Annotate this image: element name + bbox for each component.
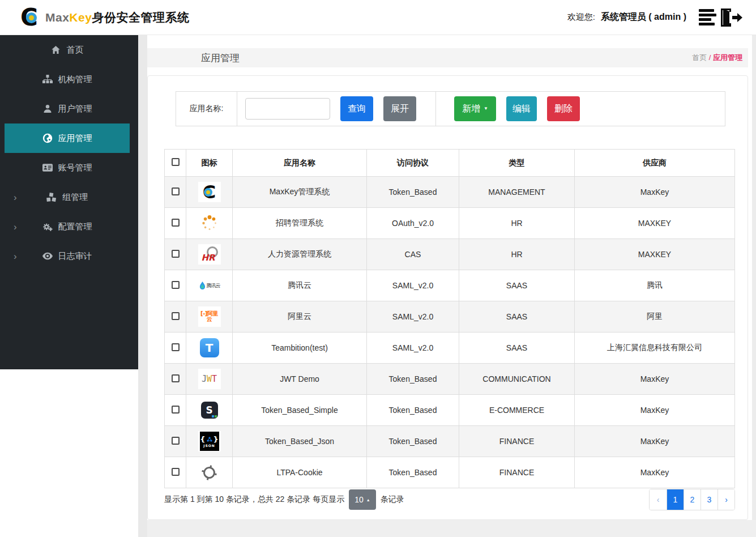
vendor-cell: MaxKey <box>575 426 735 457</box>
vendor-cell: MaxKey <box>575 177 735 208</box>
type-cell: SAAS <box>459 301 575 333</box>
sidebar-item-group[interactable]: ›组管理 <box>5 182 130 212</box>
sidebar-item-account[interactable]: 账号管理 <box>5 153 130 182</box>
app-name-cell: 人力资源管理系统 <box>233 239 367 270</box>
sitemap-icon <box>42 74 53 84</box>
footer-strip <box>147 520 756 537</box>
table-row[interactable]: TTeambition(test)SAML_v2.0SAAS上海汇翼信息科技有限… <box>165 333 735 364</box>
next-page-button[interactable]: › <box>717 489 734 510</box>
row-checkbox[interactable] <box>172 250 180 258</box>
maxkey-logo: C <box>20 5 44 30</box>
table-row[interactable]: 招聘管理系统OAuth_v2.0HRMAXKEY <box>165 208 735 239</box>
vendor-cell: MaxKey <box>575 395 735 426</box>
row-checkbox[interactable] <box>172 219 180 227</box>
row-select-cell <box>165 301 186 333</box>
protocol-cell: Token_Based <box>367 177 459 208</box>
page-size-dropdown[interactable]: 10 ▲ <box>349 489 376 510</box>
row-checkbox[interactable] <box>172 343 180 351</box>
row-checkbox[interactable] <box>172 187 180 195</box>
table-row[interactable]: [-]阿里云阿里云SAML_v2.0SAAS阿里 <box>165 301 735 333</box>
table-row[interactable]: {}JSONToken_Based_JsonToken_BasedFINANCE… <box>165 426 735 457</box>
app-name-cell: LTPA-Cookie <box>233 457 367 488</box>
id-card-icon <box>42 163 53 173</box>
column-header-type: 类型 <box>459 150 575 177</box>
row-checkbox[interactable] <box>172 468 180 476</box>
query-button[interactable]: 查询 <box>340 96 373 121</box>
column-header-protocol: 访问协议 <box>367 150 459 177</box>
app-icon-ltpa-crosshair <box>198 462 221 483</box>
vendor-cell: MAXKEY <box>575 208 735 239</box>
column-header-icon: 图标 <box>186 150 233 177</box>
sidebar-item-label: 日志审计 <box>58 251 92 262</box>
sidebar-item-app[interactable]: 应用管理 <box>5 123 130 153</box>
row-checkbox[interactable] <box>172 406 180 414</box>
pagination-summary: 显示第 1 到第 10 条记录，总共 22 条记录 每页显示 10 ▲ 条记录 <box>164 489 404 510</box>
logout-icon[interactable] <box>719 7 742 28</box>
table-row[interactable]: LTPA-CookieToken_BasedFINANCEMaxKey <box>165 457 735 488</box>
delete-button[interactable]: 删除 <box>547 96 580 121</box>
breadcrumb-home-link[interactable]: 首页 <box>692 53 707 62</box>
table-row[interactable]: JWTJWT DemoToken_BasedCOMMUNICATIONMaxKe… <box>165 364 735 395</box>
protocol-cell: SAML_v2.0 <box>367 333 459 364</box>
previous-page-button[interactable]: ‹ <box>650 489 667 510</box>
app-name-cell: Teambition(test) <box>233 333 367 364</box>
protocol-cell: Token_Based <box>367 364 459 395</box>
expand-button[interactable]: 展开 <box>383 96 416 121</box>
app-icon-cell: {}JSON <box>186 426 233 457</box>
sidebar-item-audit[interactable]: ›日志审计 <box>5 241 130 271</box>
protocol-cell: Token_Based <box>367 395 459 426</box>
app-icon-hr: HR <box>198 244 221 265</box>
vendor-cell: MAXKEY <box>575 239 735 270</box>
select-all-checkbox[interactable] <box>172 158 180 166</box>
app-name-cell: 招聘管理系统 <box>233 208 367 239</box>
add-button[interactable]: 新增 ▼ <box>454 96 496 121</box>
app-icon-cell: S <box>186 395 233 426</box>
content-card: 应用名称: 查询 展开 新增 ▼ 编辑 删除 图标 应用名称 访问协议 类型 <box>147 75 748 520</box>
app-icon-teambition: T <box>198 338 221 358</box>
sidebar-item-user[interactable]: 用户管理 <box>5 94 130 123</box>
table-row[interactable]: SToken_Based_SimpleToken_BasedE-COMMERCE… <box>165 395 735 426</box>
page-button-3[interactable]: 3 <box>701 489 717 510</box>
type-cell: HR <box>459 239 575 270</box>
row-select-cell <box>165 395 186 426</box>
type-cell: MANAGEMENT <box>459 177 575 208</box>
list-icon[interactable] <box>699 9 716 25</box>
page-title-bar: 应用管理 首页 / 应用管理 <box>147 48 748 67</box>
row-select-cell <box>165 239 186 270</box>
breadcrumb: 首页 / 应用管理 <box>692 53 742 63</box>
edit-button[interactable]: 编辑 <box>506 96 537 121</box>
protocol-cell: SAML_v2.0 <box>367 270 459 301</box>
protocol-cell: OAuth_v2.0 <box>367 208 459 239</box>
row-checkbox[interactable] <box>172 437 180 445</box>
sidebar-item-org[interactable]: 机构管理 <box>5 65 130 94</box>
scrollbar-track[interactable] <box>752 35 756 537</box>
row-select-cell <box>165 457 186 488</box>
sidebar-item-home[interactable]: 首页 <box>5 35 130 65</box>
table-row[interactable]: HR人力资源管理系统CASHRMAXKEY <box>165 239 735 270</box>
row-select-cell <box>165 426 186 457</box>
search-toolbar: 应用名称: 查询 展开 新增 ▼ 编辑 删除 <box>176 91 725 126</box>
type-cell: SAAS <box>459 270 575 301</box>
user-area: 欢迎您: 系统管理员 ( admin ) <box>567 7 742 28</box>
vendor-cell: 上海汇翼信息科技有限公司 <box>575 333 735 364</box>
row-checkbox[interactable] <box>172 374 180 382</box>
table-row[interactable]: CMaxKey管理系统Token_BasedMANAGEMENTMaxKey <box>165 177 735 208</box>
protocol-cell: Token_Based <box>367 457 459 488</box>
app-icon-cell <box>186 208 233 239</box>
app-name-input[interactable] <box>245 98 330 120</box>
row-checkbox[interactable] <box>172 312 180 320</box>
row-select-cell <box>165 208 186 239</box>
app-title: MaxKey身份安全管理系统 <box>45 10 189 25</box>
app-icon-aliyun: [-]阿里云 <box>198 306 221 327</box>
app-name-cell: MaxKey管理系统 <box>233 177 367 208</box>
sidebar-item-label: 账号管理 <box>58 163 92 173</box>
app-icon-tencent-cloud: 腾讯云 <box>198 275 221 296</box>
sidebar-item-label: 用户管理 <box>58 104 92 114</box>
page-button-2[interactable]: 2 <box>684 489 701 510</box>
sidebar-item-config[interactable]: ›配置管理 <box>5 212 130 241</box>
page-button-1[interactable]: 1 <box>667 489 684 510</box>
select-all-cell <box>165 150 186 177</box>
app-name-cell: Token_Based_Simple <box>233 395 367 426</box>
table-row[interactable]: 腾讯云腾讯云SAML_v2.0SAAS腾讯 <box>165 270 735 301</box>
row-checkbox[interactable] <box>172 281 180 289</box>
